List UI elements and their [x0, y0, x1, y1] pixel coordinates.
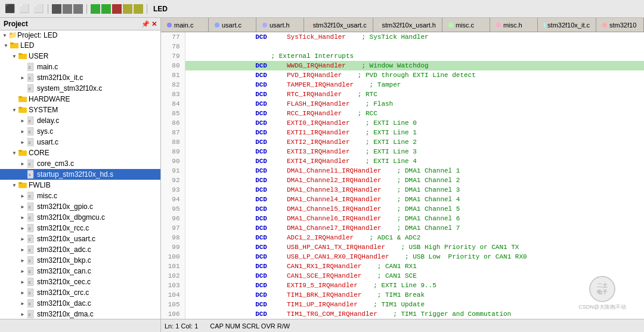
- tab-dot-icon: [262, 23, 267, 27]
- tree-item-label: USER: [29, 52, 48, 60]
- tree-item[interactable]: ►cstm32f10x_dac.c: [0, 298, 160, 309]
- toolbar-build-icon[interactable]: [91, 4, 100, 14]
- toolbar-icon-2[interactable]: ⬜: [18, 3, 30, 15]
- tree-item-label: core_cm3.c: [37, 159, 74, 168]
- tree-item[interactable]: HARDWARE: [0, 94, 160, 104]
- tree-item[interactable]: cmain.c: [0, 62, 160, 72]
- tree-item[interactable]: ►cstm32f10x_usart.c: [0, 233, 160, 244]
- sidebar-pin-icon[interactable]: 📌: [141, 20, 150, 28]
- tree-item[interactable]: ▼FWLIB: [0, 180, 160, 190]
- sidebar-title: Project: [4, 20, 28, 28]
- tree-item[interactable]: ►cstm32f10x_crc.c: [0, 287, 160, 298]
- line-number: 88: [161, 137, 185, 147]
- tab-bar: main.cusart.cusart.hstm32f10x_usart.cstm…: [161, 18, 644, 32]
- tree-item[interactable]: csystem_stm32f10x.c: [0, 83, 160, 94]
- code-cell: DCD DMA1_Channel7_IRQHandler ; DMA1 Chan…: [185, 223, 644, 233]
- tree-arrow-icon: [19, 63, 26, 70]
- tree-item[interactable]: ►cstm32f10x_adc.c: [0, 244, 160, 255]
- tab-label: stm32f10: [609, 21, 636, 29]
- tree-item[interactable]: ►cstm32f10x_gpio.c: [0, 201, 160, 212]
- code-content[interactable]: 77 DCD SysTick_Handler ; SysTick Handler…: [161, 32, 644, 319]
- tree-project-root[interactable]: ▼ 📁 Project: LED: [0, 30, 160, 40]
- svg-rect-13: [18, 107, 22, 109]
- file-c-icon: c: [26, 299, 36, 308]
- tree-item[interactable]: ►cdelay.c: [0, 115, 160, 126]
- line-number: 105: [161, 300, 185, 309]
- toolbar-open-icon[interactable]: [63, 4, 72, 14]
- sidebar-close-icon[interactable]: ✕: [151, 20, 157, 28]
- tree-item[interactable]: ►ccore_cm3.c: [0, 158, 160, 169]
- toolbar-rebuild-icon[interactable]: [101, 4, 111, 14]
- file-c-icon: c: [26, 84, 36, 93]
- tab-main_c[interactable]: main.c: [161, 18, 209, 32]
- file-s-icon: s: [26, 170, 36, 179]
- code-cell: DCD WWDG_IRQHandler ; Window Watchdog: [185, 61, 644, 70]
- tab-usart_h[interactable]: usart.h: [256, 18, 304, 32]
- tab-stm32f10[interactable]: stm32f10: [596, 18, 644, 32]
- tree-arrow-icon: [19, 171, 26, 178]
- tree-item[interactable]: ►cstm32f10x_bkp.c: [0, 255, 160, 266]
- tab-stm32f10x_usart_h[interactable]: stm32f10x_usart.h: [373, 18, 442, 32]
- svg-rect-21: [18, 150, 22, 152]
- tab-stm32f10x_usart_c[interactable]: stm32f10x_usart.c: [304, 18, 373, 32]
- line-number: 83: [161, 90, 185, 99]
- line-number: 92: [161, 176, 185, 185]
- file-c-icon: c: [26, 62, 36, 72]
- tab-stm32f10x_it_c[interactable]: stm32f10x_it.c: [538, 18, 596, 32]
- tree-arrow-icon: ►: [19, 278, 26, 285]
- tree-item[interactable]: ▼CORE: [0, 147, 160, 158]
- code-cell: DCD RTC_IRQHandler ; RTC: [185, 90, 644, 99]
- tree-item[interactable]: ►cstm32f10x_can.c: [0, 266, 160, 276]
- toolbar-sep-1: [48, 4, 48, 14]
- tree-item[interactable]: ►cstm32f10x_it.c: [0, 72, 160, 83]
- svg-text:c: c: [29, 194, 31, 198]
- tab-dot-icon: [544, 23, 545, 27]
- tree-arrow-icon: ►: [19, 289, 26, 296]
- toolbar-save-icon[interactable]: [73, 4, 83, 14]
- svg-rect-3: [18, 53, 22, 55]
- file-c-icon: c: [26, 116, 36, 125]
- svg-text:c: c: [29, 280, 31, 284]
- tree-item-label: main.c: [37, 63, 58, 71]
- toolbar-stop-icon[interactable]: [112, 4, 122, 14]
- folder-icon: [18, 94, 27, 104]
- file-c-icon: c: [26, 213, 36, 222]
- tree-item-label: LED: [20, 41, 34, 50]
- tree-arrow-icon: [11, 96, 18, 103]
- tree-item[interactable]: ►cstm32f10x_rcc.c: [0, 223, 160, 233]
- tree-item[interactable]: ▼USER: [0, 51, 160, 62]
- tree-item[interactable]: ►cmisc.c: [0, 190, 160, 201]
- tab-misc_c[interactable]: misc.c: [442, 18, 490, 32]
- tree-item[interactable]: ▼SYSTEM: [0, 104, 160, 115]
- code-row: 103 DCD EXTI9_5_IRQHandler ; EXTI Line 9…: [161, 281, 644, 290]
- code-cell: [185, 42, 644, 51]
- tab-misc_h[interactable]: misc.h: [490, 18, 538, 32]
- project-folder-icon: 📁: [8, 31, 17, 39]
- tree-item-label: misc.c: [37, 192, 57, 200]
- tree-item-label: sys.c: [37, 127, 53, 136]
- code-cell: DCD TIM1_BRK_IRQHandler ; TIM1 Break: [185, 290, 644, 300]
- toolbar-new-icon[interactable]: [52, 4, 61, 14]
- tab-label: main.c: [174, 21, 193, 29]
- tree-item-label: HARDWARE: [29, 95, 70, 103]
- svg-text:c: c: [29, 130, 31, 134]
- tree-item[interactable]: ►cusart.c: [0, 137, 160, 147]
- code-cell: DCD EXTI4_IRQHandler ; EXTI Line 4: [185, 156, 644, 166]
- tree-item[interactable]: ▼LED: [0, 40, 160, 51]
- svg-text:c: c: [29, 302, 31, 306]
- line-number: 79: [161, 51, 185, 61]
- tree-item[interactable]: ►cstm32f10x_dbgmcu.c: [0, 212, 160, 223]
- toolbar-debug-icon[interactable]: [123, 4, 132, 14]
- tab-usart_c[interactable]: usart.c: [209, 18, 256, 32]
- status-bar: Ln: 1 Col: 1 CAP NUM SCRL OVR R/W: [161, 319, 644, 332]
- toolbar-icon-3[interactable]: ⬜: [32, 3, 44, 15]
- code-cell: DCD TIM1_TRG_COM_IRQHandler ; TIM1 Trigg…: [185, 309, 644, 319]
- svg-text:c: c: [29, 87, 31, 91]
- tree-item[interactable]: ►csys.c: [0, 126, 160, 137]
- tree-arrow-icon: ►: [19, 128, 26, 135]
- tree-item[interactable]: sstartup_stm32f10x_hd.s: [0, 169, 160, 180]
- tree-item[interactable]: ►cstm32f10x_dma.c: [0, 309, 160, 319]
- toolbar-icon-1[interactable]: ⬛: [4, 3, 16, 15]
- toolbar-flash-icon[interactable]: [134, 4, 143, 14]
- tree-item[interactable]: ►cstm32f10x_cec.c: [0, 276, 160, 287]
